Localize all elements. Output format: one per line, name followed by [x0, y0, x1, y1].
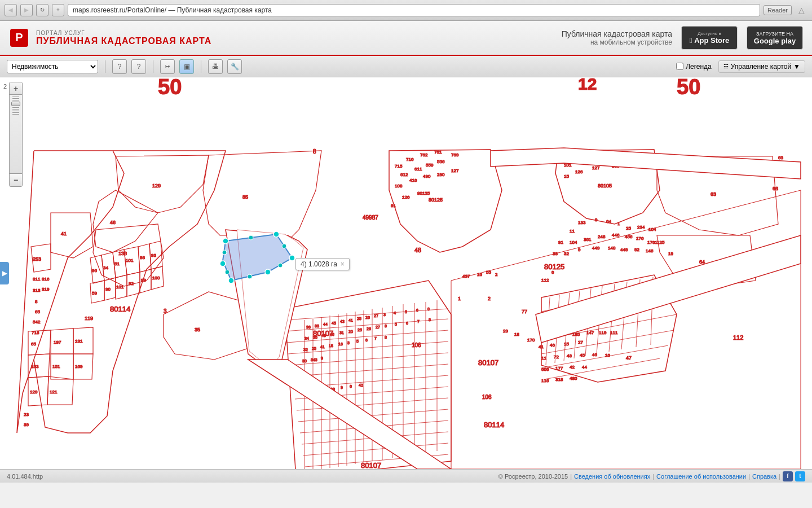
- address-bar[interactable]: maps.rosreestr.ru/PortalOnline/ — Публич…: [68, 4, 760, 16]
- svg-text:2: 2: [495, 272, 498, 277]
- app-header: Р ПОРТАЛ УСЛУГ ПУБЛИЧНАЯ КАДАСТРОВАЯ КАР…: [0, 21, 812, 56]
- area-button[interactable]: ▣: [179, 59, 194, 74]
- svg-text:148: 148: [608, 246, 616, 251]
- svg-text:6: 6: [406, 321, 408, 325]
- zoom-out-button[interactable]: −: [10, 174, 22, 186]
- svg-text:1761: 1761: [647, 240, 657, 245]
- svg-text:32: 32: [303, 348, 308, 352]
- svg-text:72: 72: [554, 354, 559, 360]
- appstore-button[interactable]: Доступно в  App Store: [681, 26, 738, 50]
- tools-button[interactable]: 🔧: [227, 59, 242, 74]
- googleplay-button[interactable]: ЗАГРУЗИТЕ НА Google play: [747, 26, 803, 50]
- svg-text:556: 556: [437, 159, 445, 164]
- svg-text:3: 3: [347, 341, 350, 345]
- svg-text:3: 3: [385, 324, 387, 328]
- svg-text:119: 119: [85, 316, 93, 321]
- svg-text:127: 127: [451, 168, 459, 173]
- svg-text:311: 311: [33, 277, 41, 282]
- svg-text:133: 133: [578, 220, 586, 225]
- map-container[interactable]: 50 50 12 129 46 41 253 138 85: [0, 77, 812, 469]
- toolbar-sep-2: [153, 60, 153, 73]
- expand-panel-button[interactable]: ▶: [0, 262, 9, 284]
- svg-point-259: [249, 235, 253, 240]
- svg-text:8: 8: [429, 318, 431, 322]
- svg-text:41: 41: [61, 231, 67, 237]
- print-button[interactable]: 🖶: [208, 59, 223, 74]
- svg-text:129: 129: [152, 183, 161, 189]
- layer-select[interactable]: Недвижимость Территориальные зоны Объект…: [7, 60, 98, 73]
- svg-text:35: 35: [313, 335, 317, 339]
- svg-text:32: 32: [564, 251, 569, 256]
- back-button[interactable]: ◀: [5, 4, 17, 16]
- status-bar: 4.01.484.http © Росреестр, 2010-2015 | С…: [0, 469, 812, 483]
- svg-text:7: 7: [417, 319, 420, 323]
- help-link[interactable]: Справка: [752, 473, 776, 480]
- svg-text:65: 65: [35, 309, 40, 314]
- svg-text:8: 8: [385, 335, 387, 339]
- svg-text:316: 316: [42, 277, 50, 282]
- svg-text:6: 6: [416, 308, 418, 312]
- svg-text:2: 2: [488, 296, 491, 301]
- bookmark-button[interactable]: △: [795, 4, 807, 16]
- svg-text:80125: 80125: [544, 262, 564, 271]
- browser-toolbar: ◀ ▶ ↻ + maps.rosreestr.ru/PortalOnline/ …: [0, 0, 812, 20]
- svg-text:169: 169: [75, 364, 83, 369]
- legend-checkbox[interactable]: [676, 63, 683, 70]
- map-control-arrow: ▼: [793, 63, 800, 71]
- svg-text:91: 91: [391, 203, 396, 208]
- googleplay-name: Google play: [754, 37, 796, 45]
- zoom-in-button[interactable]: +: [10, 82, 22, 95]
- svg-text:6: 6: [551, 270, 554, 275]
- legend-checkbox-label[interactable]: Легенда: [676, 63, 712, 71]
- svg-text:50: 50: [677, 77, 700, 99]
- reload-button[interactable]: ↻: [36, 4, 48, 16]
- appstore-sub: Доступно в: [698, 31, 721, 36]
- svg-text:127: 127: [592, 165, 600, 170]
- twitter-button[interactable]: t: [795, 471, 805, 481]
- logo-area: ПОРТАЛ УСЛУГ ПУБЛИЧНАЯ КАДАСТРОВАЯ КАРТА: [36, 30, 211, 46]
- svg-text:611: 611: [414, 167, 422, 172]
- reader-button[interactable]: Reader: [764, 5, 792, 15]
- svg-text:318: 318: [555, 377, 563, 382]
- agreement-link[interactable]: Соглашение об использовании: [656, 473, 746, 480]
- info-button[interactable]: ?: [131, 59, 146, 74]
- svg-text:170: 170: [527, 338, 535, 343]
- close-measure-button[interactable]: ×: [341, 260, 345, 268]
- svg-text:112: 112: [733, 334, 743, 341]
- zoom-slider[interactable]: [10, 95, 22, 174]
- new-tab-button[interactable]: +: [52, 4, 64, 16]
- map-control-button[interactable]: ☷ Управление картой ▼: [718, 60, 805, 73]
- svg-text:131: 131: [75, 339, 83, 344]
- svg-text:35: 35: [195, 327, 200, 332]
- forward-button[interactable]: ▶: [20, 4, 33, 16]
- svg-text:101: 101: [116, 284, 124, 290]
- svg-text:126: 126: [402, 195, 410, 200]
- svg-text:18: 18: [514, 332, 519, 337]
- svg-text:59: 59: [92, 291, 97, 296]
- updates-link[interactable]: Сведения об обновлениях: [574, 473, 650, 480]
- svg-text:100: 100: [152, 275, 160, 281]
- toolbar-right: Легенда ☷ Управление картой ▼: [676, 60, 805, 73]
- help-button[interactable]: ?: [112, 59, 127, 74]
- svg-text:99: 99: [141, 278, 146, 283]
- svg-text:5: 5: [356, 339, 359, 343]
- url-text: maps.rosreestr.ru/PortalOnline/ — Публич…: [73, 6, 272, 14]
- svg-text:104: 104: [570, 240, 577, 245]
- svg-text:46: 46: [321, 334, 326, 338]
- svg-text:11: 11: [541, 356, 546, 361]
- svg-text:8: 8: [313, 148, 316, 155]
- svg-text:90: 90: [105, 287, 111, 292]
- svg-text:612: 612: [400, 172, 408, 177]
- map-toolbar: Недвижимость Территориальные зоны Объект…: [0, 56, 812, 77]
- svg-text:4: 4: [394, 311, 396, 315]
- svg-text:80107: 80107: [361, 461, 381, 469]
- svg-text:66: 66: [773, 186, 778, 191]
- facebook-button[interactable]: f: [783, 471, 793, 481]
- svg-point-254: [273, 231, 279, 237]
- svg-text:1: 1: [617, 221, 620, 226]
- svg-text:290: 290: [437, 172, 445, 177]
- svg-text:45: 45: [332, 321, 336, 325]
- measure-button[interactable]: ↦: [160, 59, 175, 74]
- svg-text:80125: 80125: [429, 197, 443, 203]
- rosreestr-logo: Р: [9, 28, 29, 48]
